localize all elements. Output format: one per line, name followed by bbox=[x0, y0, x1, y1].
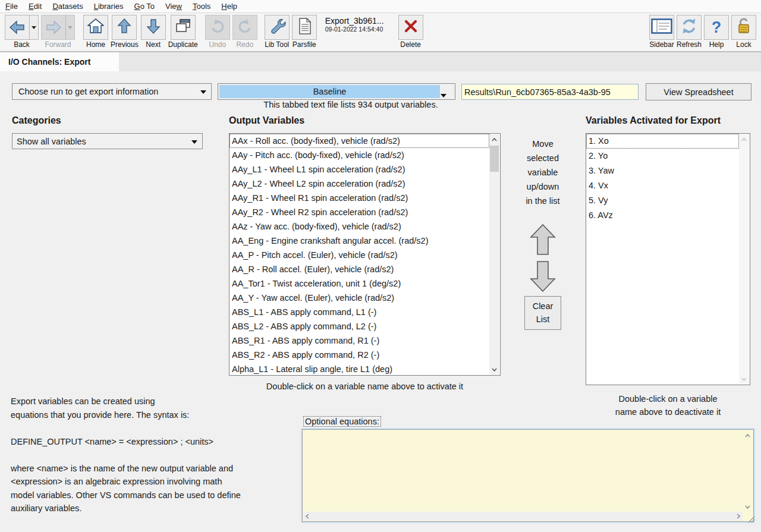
output-variables-heading: Output Variables bbox=[229, 115, 304, 126]
refresh-button[interactable]: Refresh bbox=[677, 15, 702, 49]
undo-button: Undo bbox=[205, 15, 230, 49]
menu-item-view[interactable]: View bbox=[160, 1, 187, 12]
lock-button[interactable]: Lock bbox=[731, 15, 756, 49]
activated-variable-item[interactable]: 4. Vx bbox=[586, 178, 739, 193]
deactivate-caption: Double-click on a variable name above to… bbox=[586, 392, 750, 418]
output-variable-item[interactable]: AAz - Yaw acc. (body-fixed), vehicle (ra… bbox=[229, 219, 489, 234]
activated-variable-item[interactable]: 1. Xo bbox=[586, 134, 739, 149]
activated-heading: Variables Activated for Export bbox=[586, 115, 721, 126]
optional-equations-label: Optional equations: bbox=[303, 416, 381, 427]
menu-item-go-to[interactable]: Go To bbox=[129, 1, 160, 12]
run-combo-value[interactable]: Baseline bbox=[219, 85, 440, 98]
scroll-down-icon[interactable] bbox=[739, 374, 749, 384]
scroll-up-icon[interactable] bbox=[743, 430, 753, 440]
choose-run-dropdown[interactable]: Choose run to get export information bbox=[12, 83, 212, 100]
equations-scrollbar-horizontal[interactable] bbox=[303, 512, 743, 521]
output-variable-item[interactable]: AA_P - Pitch accel. (Euler), vehicle (ra… bbox=[229, 248, 489, 262]
menu-item-help[interactable]: Help bbox=[216, 1, 243, 12]
tab-io-channels-export[interactable]: I/O Channels: Export bbox=[0, 52, 119, 71]
scrollbar-thumb[interactable] bbox=[490, 146, 499, 172]
run-combo[interactable]: Baseline bbox=[218, 83, 455, 100]
wrench-icon bbox=[268, 17, 286, 37]
lock-icon bbox=[735, 17, 753, 37]
menu-item-edit[interactable]: Edit bbox=[23, 1, 47, 12]
output-variable-item[interactable]: Alpha_L1 - Lateral slip angle, tire L1 (… bbox=[229, 362, 489, 376]
delete-button[interactable]: Delete bbox=[398, 15, 423, 49]
dataset-info: Export_3b961... 09-01-2022 14:54:40 bbox=[325, 16, 384, 33]
chevron-down-icon bbox=[200, 87, 207, 96]
scroll-up-icon[interactable] bbox=[489, 134, 499, 144]
duplicate-icon bbox=[174, 17, 192, 37]
categories-value: Show all variables bbox=[12, 137, 187, 146]
resize-grip-icon[interactable] bbox=[747, 515, 755, 525]
delete-label: Delete bbox=[400, 40, 421, 49]
output-variable-item[interactable]: AA_Y - Yaw accel. (Euler), vehicle (rad/… bbox=[229, 291, 489, 305]
back-icon[interactable] bbox=[5, 15, 29, 39]
delete-x-icon bbox=[402, 17, 420, 37]
dataset-name: Export_3b961... bbox=[325, 16, 384, 26]
refresh-label: Refresh bbox=[677, 40, 702, 49]
tab-strip: I/O Channels: Export bbox=[0, 52, 761, 71]
clear-list-button[interactable]: Clear List bbox=[524, 296, 561, 330]
menu-item-tools[interactable]: Tools bbox=[187, 1, 216, 12]
sidebar-icon bbox=[651, 18, 672, 36]
duplicate-label: Duplicate bbox=[168, 40, 198, 49]
scroll-down-icon[interactable] bbox=[743, 502, 753, 512]
scroll-up-icon[interactable] bbox=[739, 134, 749, 144]
back-dropdown-icon[interactable] bbox=[29, 15, 38, 39]
output-variable-item[interactable]: AA_Tor1 - Twist acceleration, unit 1 (de… bbox=[229, 276, 489, 291]
output-variable-item[interactable]: ABS_R1 - ABS apply command, R1 (-) bbox=[229, 333, 489, 348]
results-path-field[interactable] bbox=[461, 84, 639, 100]
previous-icon bbox=[115, 17, 133, 37]
output-variable-item[interactable]: AAy_R2 - Wheel R2 spin acceleration (rad… bbox=[229, 205, 489, 219]
activated-variables-list[interactable]: 1. Xo2. Yo3. Yaw4. Vx5. Vy6. AVz bbox=[586, 133, 750, 385]
sidebar-button[interactable]: Sidebar bbox=[649, 15, 674, 49]
output-variable-item[interactable]: AA_Eng - Engine crankshaft angular accel… bbox=[229, 234, 489, 248]
help-button[interactable]: ? Help bbox=[704, 15, 729, 49]
menu-item-datasets[interactable]: Datasets bbox=[47, 1, 88, 12]
home-icon bbox=[87, 17, 105, 37]
output-variable-item[interactable]: AAy_R1 - Wheel R1 spin acceleration (rad… bbox=[229, 191, 489, 205]
activated-variable-item[interactable]: 3. Yaw bbox=[586, 163, 739, 178]
forward-label: Forward bbox=[45, 40, 71, 49]
activated-variable-item[interactable]: 6. AVz bbox=[586, 208, 739, 223]
previous-button[interactable]: Previous bbox=[111, 15, 139, 49]
parsfile-button[interactable]: Parsfile bbox=[292, 15, 317, 49]
output-variable-item[interactable]: AAy_L2 - Wheel L2 spin acceleration (rad… bbox=[229, 177, 489, 191]
output-variable-item[interactable]: AAy - Pitch acc. (body-fixed), vehicle (… bbox=[229, 148, 489, 162]
menu-item-libraries[interactable]: Libraries bbox=[89, 1, 129, 12]
next-label: Next bbox=[146, 40, 161, 49]
scrollbar-vertical[interactable] bbox=[739, 134, 749, 384]
scroll-down-icon[interactable] bbox=[489, 364, 499, 374]
dataset-timestamp: 09-01-2022 14:54:40 bbox=[325, 26, 384, 33]
redo-button: Redo bbox=[232, 15, 257, 49]
redo-icon bbox=[236, 17, 254, 37]
back-button[interactable]: Back bbox=[5, 15, 39, 49]
output-variable-item[interactable]: ABS_L1 - ABS apply command, L1 (-) bbox=[229, 305, 489, 319]
activated-variable-item[interactable]: 5. Vy bbox=[586, 193, 739, 208]
optional-equations-textarea[interactable] bbox=[303, 430, 743, 512]
categories-dropdown[interactable]: Show all variables bbox=[12, 133, 203, 149]
home-button[interactable]: Home bbox=[83, 15, 108, 49]
output-variable-item[interactable]: AAy_L1 - Wheel L1 spin acceleration (rad… bbox=[229, 162, 489, 177]
lib-tool-label: Lib Tool bbox=[265, 40, 289, 49]
view-spreadsheet-button[interactable]: View Spreadsheet bbox=[646, 83, 751, 100]
equations-scrollbar-vertical[interactable] bbox=[743, 430, 753, 512]
sidebar-label: Sidebar bbox=[649, 40, 674, 49]
activated-variable-item[interactable]: 2. Yo bbox=[586, 149, 739, 163]
categories-heading: Categories bbox=[12, 115, 61, 126]
output-variable-item[interactable]: ABS_R2 - ABS apply command, R2 (-) bbox=[229, 348, 489, 362]
menu-item-file[interactable]: File bbox=[0, 1, 23, 12]
move-up-button[interactable] bbox=[530, 223, 556, 258]
duplicate-button[interactable]: Duplicate bbox=[168, 15, 198, 49]
move-down-button[interactable] bbox=[530, 260, 556, 295]
output-variable-item[interactable]: AAx - Roll acc. (body-fixed), vehicle (r… bbox=[229, 134, 489, 148]
scrollbar-vertical[interactable] bbox=[489, 134, 499, 374]
chevron-down-icon[interactable] bbox=[440, 90, 447, 100]
output-variable-item[interactable]: AA_R - Roll accel. (Euler), vehicle (rad… bbox=[229, 262, 489, 276]
output-variable-item[interactable]: ABS_L2 - ABS apply command, L2 (-) bbox=[229, 319, 489, 333]
next-button[interactable]: Next bbox=[141, 15, 166, 49]
lib-tool-button[interactable]: Lib Tool bbox=[265, 15, 290, 49]
toolbar-right-group: Sidebar Refresh ? Help bbox=[648, 15, 757, 49]
output-variables-list[interactable]: AAx - Roll acc. (body-fixed), vehicle (r… bbox=[229, 133, 501, 376]
